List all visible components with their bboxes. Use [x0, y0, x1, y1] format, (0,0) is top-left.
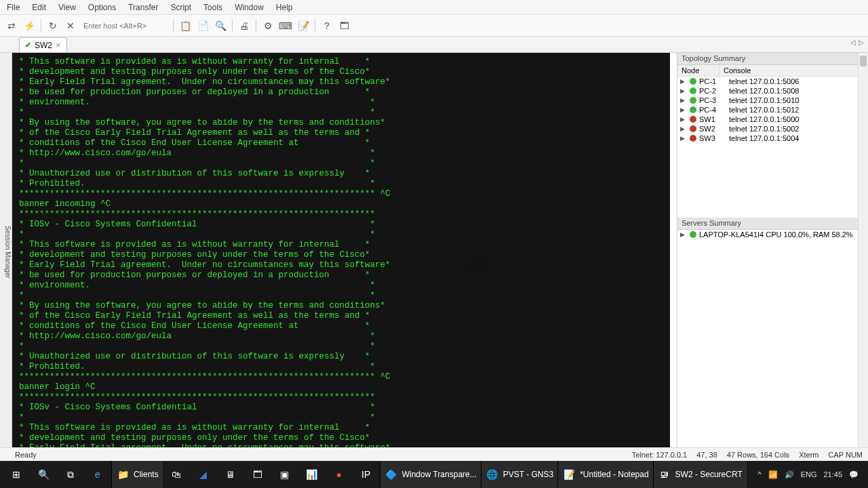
status-bar: Ready Telnet: 127.0.0.1 47, 38 47 Rows, … — [0, 447, 868, 461]
taskbar-app6[interactable]: 📊 — [298, 461, 326, 488]
find-icon[interactable]: 🔍 — [213, 18, 228, 33]
server-row[interactable]: ▶ LAPTOP-KLA541I4 CPU 100.0%, RAM 58.2% — [677, 230, 868, 239]
taskbar-app4[interactable]: 🗔 — [244, 461, 271, 488]
tab-label: SW2 — [35, 41, 52, 50]
session-icon[interactable]: 🗔 — [337, 18, 352, 33]
tray-network-icon[interactable]: 📶 — [768, 470, 778, 479]
menu-window[interactable]: Window — [235, 3, 264, 12]
menu-file[interactable]: File — [7, 3, 20, 12]
reconnect-icon[interactable]: ↻ — [45, 18, 60, 33]
taskbar-securecrt[interactable]: 🖳SW2 - SecureCRT — [653, 461, 747, 488]
connect-icon[interactable]: ⇄ — [4, 18, 19, 33]
topology-node-row[interactable]: ▶PC-2telnet 127.0.0.1:5008 — [677, 86, 868, 96]
session-manager-handle[interactable]: Session Manager — [0, 53, 12, 447]
topology-columns: Node Console — [677, 65, 868, 77]
server-status-icon — [690, 231, 696, 238]
keyboard-icon[interactable]: ⌨ — [278, 18, 293, 33]
col-console[interactable]: Console — [719, 65, 868, 76]
tray-chevron-icon[interactable]: ^ — [757, 470, 761, 479]
settings-icon[interactable]: ⚙ — [260, 18, 275, 33]
menu-options[interactable]: Options — [88, 3, 116, 12]
menu-bar: File Edit View Options Transfer Script T… — [0, 0, 868, 15]
topology-node-row[interactable]: ▶SW2telnet 127.0.0.1:5002 — [677, 124, 868, 134]
taskbar-app2[interactable]: ◢ — [190, 461, 217, 488]
node-console: telnet 127.0.0.1:5008 — [729, 87, 799, 95]
host-input[interactable] — [81, 19, 169, 33]
tray-time[interactable]: 21:45 — [823, 470, 842, 479]
scrollbar[interactable] — [858, 53, 868, 447]
topology-node-row[interactable]: ▶SW3telnet 127.0.0.1:5004 — [677, 134, 868, 143]
server-label: LAPTOP-KLA541I4 CPU 100.0%, RAM 58.2% — [699, 230, 853, 239]
quick-connect-icon[interactable]: ⚡ — [22, 18, 37, 33]
tab-bar: ✔ SW2 × ◁ ▷ — [0, 37, 868, 53]
log-icon[interactable]: 📝 — [296, 18, 311, 33]
taskbar-app3[interactable]: 🖥 — [217, 461, 244, 488]
edge-icon[interactable]: e — [84, 461, 111, 488]
node-console: telnet 127.0.0.1:5006 — [729, 77, 799, 85]
node-status-icon — [690, 125, 696, 132]
terminal-output[interactable]: * This software is provided as is withou… — [12, 53, 670, 447]
taskbar-app7[interactable]: ● — [326, 461, 353, 488]
help-icon[interactable]: ? — [319, 18, 334, 33]
topology-node-row[interactable]: ▶PC-4telnet 127.0.0.1:5012 — [677, 105, 868, 115]
menu-help[interactable]: Help — [276, 3, 293, 12]
disconnect-icon[interactable]: ✕ — [63, 18, 78, 33]
taskbar-window-transparent[interactable]: 🔷Window Transpare... — [380, 461, 481, 488]
taskbar-clients[interactable]: 📁Clients — [111, 461, 163, 488]
menu-edit[interactable]: Edit — [32, 3, 46, 12]
tree-arrow-icon: ▶ — [680, 135, 687, 142]
tray-notifications-icon[interactable]: 💬 — [849, 470, 859, 479]
menu-view[interactable]: View — [58, 3, 76, 12]
node-name: SW3 — [699, 134, 726, 142]
start-button[interactable]: ⊞ — [3, 461, 30, 488]
topology-node-row[interactable]: ▶PC-3telnet 127.0.0.1:5010 — [677, 96, 868, 105]
menu-transfer[interactable]: Transfer — [128, 3, 158, 12]
tray-lang[interactable]: ENG — [801, 470, 817, 479]
tree-arrow-icon: ▶ — [680, 78, 687, 85]
taskbar-app5[interactable]: ▣ — [271, 461, 298, 488]
col-node[interactable]: Node — [677, 65, 719, 76]
node-console: telnet 127.0.0.1:5000 — [729, 115, 799, 123]
status-ready: Ready — [15, 451, 37, 459]
tab-next-icon[interactable]: ▷ — [859, 39, 864, 46]
node-console: telnet 127.0.0.1:5002 — [729, 125, 799, 133]
menu-tools[interactable]: Tools — [203, 3, 222, 12]
servers-summary-header[interactable]: Servers Summary — [677, 218, 868, 230]
node-name: PC-3 — [699, 96, 726, 104]
copy-icon[interactable]: 📋 — [178, 18, 193, 33]
taskbar-notepad[interactable]: 📝*Untitled - Notepad — [557, 461, 652, 488]
tab-sw2[interactable]: ✔ SW2 × — [19, 37, 67, 52]
node-name: PC-1 — [699, 77, 726, 85]
search-button[interactable]: 🔍 — [30, 461, 57, 488]
system-tray[interactable]: ^ 📶 🔊 ENG 21:45 💬 — [757, 470, 865, 479]
tree-arrow-icon: ▶ — [680, 106, 687, 113]
print-icon[interactable]: 🖨 — [237, 18, 252, 33]
status-cursor-pos: 47, 38 — [696, 451, 717, 459]
topology-node-row[interactable]: ▶PC-1telnet 127.0.0.1:5006 — [677, 77, 868, 86]
status-term-type: Xterm — [799, 451, 818, 459]
node-status-icon — [690, 135, 696, 142]
toolbar: ⇄ ⚡ ↻ ✕ 📋 📄 🔍 🖨 ⚙ ⌨ 📝 ? 🗔 — [0, 15, 868, 37]
menu-script[interactable]: Script — [170, 3, 191, 12]
node-console: telnet 127.0.0.1:5010 — [729, 96, 799, 104]
status-connection: Telnet: 127.0.0.1 — [632, 451, 687, 459]
paste-icon[interactable]: 📄 — [195, 18, 210, 33]
node-name: PC-4 — [699, 106, 726, 114]
tray-volume-icon[interactable]: 🔊 — [785, 470, 794, 479]
node-status-icon — [690, 106, 696, 113]
topology-summary-header[interactable]: Topology Summary — [677, 53, 868, 65]
tab-prev-icon[interactable]: ◁ — [850, 39, 856, 46]
taskbar-ip[interactable]: IP — [353, 461, 380, 488]
topology-node-row[interactable]: ▶SW1telnet 127.0.0.1:5000 — [677, 115, 868, 124]
node-name: PC-2 — [699, 87, 726, 95]
node-name: SW2 — [699, 125, 726, 133]
workspace: Session Manager SW2 SW3 PC-4 VPCS 192.16… — [0, 53, 868, 447]
task-view-button[interactable]: ⧉ — [57, 461, 84, 488]
tab-close-icon[interactable]: × — [56, 40, 61, 50]
topology-tree: ▶PC-1telnet 127.0.0.1:5006▶PC-2telnet 12… — [677, 77, 868, 143]
node-console: telnet 127.0.0.1:5004 — [729, 134, 799, 142]
taskbar-app1[interactable]: 🛍 — [163, 461, 190, 488]
node-status-icon — [690, 116, 696, 123]
tree-arrow-icon: ▶ — [680, 97, 687, 104]
taskbar-pvst-gns3[interactable]: 🌐PVST - GNS3 — [481, 461, 557, 488]
